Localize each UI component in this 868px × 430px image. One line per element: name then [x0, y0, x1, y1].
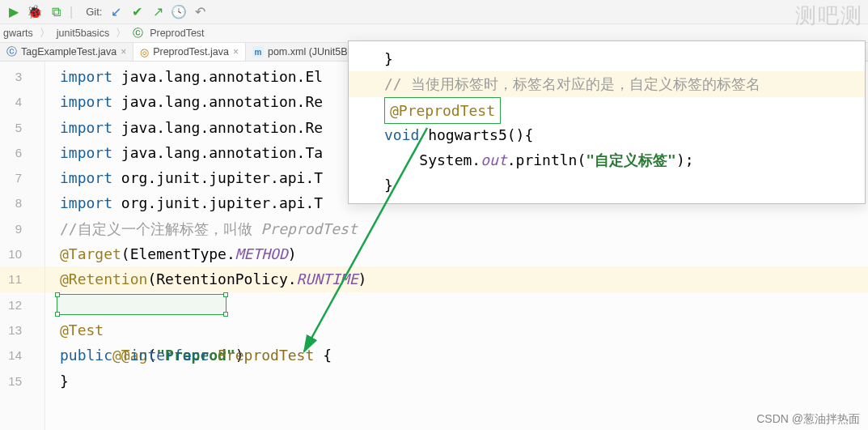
code-line[interactable]: public @interface PreprodTest {	[45, 343, 868, 368]
tab-label: TagExampleTest.java	[21, 46, 116, 57]
code-line[interactable]: @Retention(RetentionPolicy.RUNTIME)	[45, 266, 868, 292]
coverage-icon[interactable]: ⧉	[49, 5, 63, 19]
code-line[interactable]: //自定义一个注解标签，叫做 PreprodTest	[45, 216, 868, 241]
line-number: 3	[0, 64, 44, 89]
watermark: 测吧测	[795, 2, 863, 30]
git-history-icon[interactable]: 🕓	[171, 5, 186, 19]
gutter: 3 4 5 6 7 8 9 10 11 12 13 14 15	[0, 62, 45, 430]
git-commit-icon[interactable]: ✔	[129, 5, 144, 19]
line-number: 10	[0, 241, 44, 266]
popup-code-line: }	[349, 172, 865, 198]
line-number: 11	[0, 266, 44, 292]
line-number: 8	[0, 190, 44, 215]
popup-code-line: void hogwarts5(){	[349, 122, 865, 147]
popup-code-line: }	[349, 46, 865, 71]
caption: CSDN @葱油拌热面	[756, 412, 860, 427]
line-number: 12	[0, 292, 44, 317]
code-line[interactable]: @Tag("Preprod")	[45, 292, 868, 317]
tab-label: PreprodTest.java	[153, 46, 229, 57]
code-line[interactable]: @Target(ElementType.METHOD)	[45, 241, 868, 266]
popup-code-line: // 当使用标签时，标签名对应的是，自定义标签的标签名	[349, 71, 865, 96]
run-icon[interactable]: ▶	[6, 5, 21, 19]
chevron-right-icon: 〉	[36, 27, 53, 40]
separator-icon: |	[70, 5, 73, 19]
code-line[interactable]: }	[45, 368, 868, 394]
close-icon[interactable]: ×	[121, 46, 126, 57]
popup-code-line: System.out.println("自定义标签");	[349, 147, 865, 172]
line-number: 7	[0, 165, 44, 190]
selection-handle-icon[interactable]	[55, 292, 60, 297]
breadcrumb-item[interactable]: gwarts	[0, 28, 36, 39]
code-line[interactable]: @Test	[45, 317, 868, 343]
tab-file[interactable]: ⓒ TagExampleTest.java ×	[0, 43, 133, 61]
toolbar: ▶ 🐞 ⧉ | Git: ↙ ✔ ↗ 🕓 ↶	[0, 0, 868, 24]
tab-file-active[interactable]: ◎ PreprodTest.java ×	[133, 43, 246, 61]
debug-icon[interactable]: 🐞	[28, 5, 42, 19]
line-number: 6	[0, 140, 44, 165]
selection-handle-icon[interactable]	[223, 292, 228, 297]
breadcrumb: gwarts 〉 junit5basics 〉 ⓒ PreprodTest	[0, 24, 868, 42]
close-icon[interactable]: ×	[233, 46, 239, 57]
class-icon: ⓒ	[129, 27, 146, 40]
selection-handle-icon[interactable]	[55, 312, 60, 317]
line-number: 13	[0, 317, 44, 343]
annotation-usage[interactable]: @PreprodTest	[384, 97, 501, 124]
undo-icon[interactable]: ↶	[193, 5, 207, 19]
line-number: 15	[0, 368, 44, 394]
breadcrumb-item[interactable]: PreprodTest	[146, 28, 207, 39]
selection-box	[57, 294, 227, 315]
class-icon: ⓒ	[6, 45, 17, 59]
git-label: Git:	[86, 6, 102, 18]
popup-code-line: @PreprodTest	[349, 97, 865, 122]
selection-handle-icon[interactable]	[223, 312, 228, 317]
annotation-icon: ◎	[140, 46, 149, 58]
line-number: 5	[0, 115, 44, 140]
usage-popup: 💡 } // 当使用标签时，标签名对应的是，自定义标签的标签名 @Preprod…	[348, 40, 866, 204]
git-push-icon[interactable]: ↗	[150, 5, 165, 19]
line-number: 9	[0, 216, 44, 241]
maven-icon: m	[252, 46, 264, 57]
breadcrumb-item[interactable]: junit5basics	[53, 28, 112, 39]
line-number: 14	[0, 343, 44, 368]
line-number: 4	[0, 89, 44, 114]
git-update-icon[interactable]: ↙	[108, 5, 123, 19]
chevron-right-icon: 〉	[112, 27, 129, 40]
